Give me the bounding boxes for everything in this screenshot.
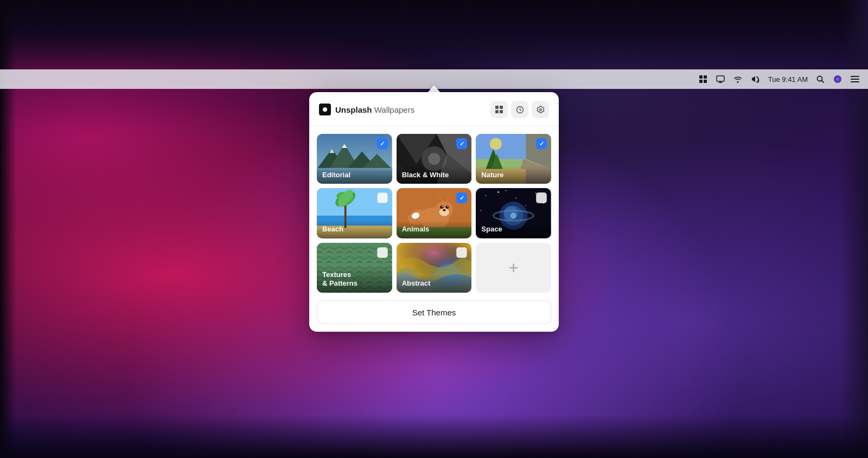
svg-point-58 <box>440 206 443 209</box>
tile-checkbox-editorial[interactable] <box>377 138 388 149</box>
svg-point-62 <box>443 209 446 211</box>
bezel-left <box>0 0 16 458</box>
unsplash-logo-icon <box>319 104 331 115</box>
svg-point-73 <box>506 190 507 191</box>
grid-view-button[interactable] <box>490 101 508 118</box>
volume-menu-icon[interactable] <box>751 75 760 83</box>
brand-subtitle: Wallpapers <box>372 105 415 114</box>
svg-rect-6 <box>718 82 723 83</box>
svg-rect-1 <box>704 75 707 79</box>
svg-rect-13 <box>495 106 499 109</box>
siri-menu-icon[interactable] <box>833 75 842 83</box>
svg-rect-3 <box>704 80 707 83</box>
svg-point-68 <box>498 191 500 193</box>
svg-rect-14 <box>500 106 503 109</box>
panel-logo: Unsplash Wallpapers <box>319 104 414 115</box>
category-tile-space[interactable]: Space <box>476 188 551 238</box>
panel-actions <box>490 101 549 118</box>
tile-label-blackwhite: Black & White <box>397 166 472 184</box>
category-tile-textures[interactable]: Textures & Patterns <box>317 243 392 293</box>
brand-name: Unsplash <box>335 105 372 114</box>
svg-rect-11 <box>851 79 859 80</box>
tile-label-abstract: Abstract <box>397 275 472 293</box>
tile-checkbox-animals[interactable] <box>456 192 467 203</box>
svg-point-67 <box>486 195 487 196</box>
wifi-menu-icon[interactable] <box>733 75 742 83</box>
svg-point-60 <box>442 207 443 208</box>
svg-point-7 <box>818 76 822 81</box>
menu-bar-time: Tue 9:41 AM <box>768 75 808 83</box>
svg-point-33 <box>428 153 440 165</box>
tile-checkbox-space[interactable] <box>536 192 547 203</box>
category-tile-beach[interactable]: Beach <box>317 188 392 238</box>
svg-rect-0 <box>699 75 703 79</box>
tile-checkbox-beach[interactable] <box>377 192 388 203</box>
tile-checkbox-nature[interactable] <box>536 138 547 149</box>
svg-point-74 <box>526 205 527 207</box>
tile-checkbox-blackwhite[interactable] <box>456 138 467 149</box>
svg-rect-12 <box>851 81 859 82</box>
panel-title: Unsplash Wallpapers <box>335 105 414 114</box>
svg-point-9 <box>834 75 841 83</box>
svg-line-8 <box>822 80 824 82</box>
tile-label-textures: Textures & Patterns <box>317 266 392 293</box>
tile-label-editorial: Editorial <box>317 166 392 184</box>
svg-point-69 <box>515 198 516 199</box>
svg-point-41 <box>490 138 502 150</box>
svg-rect-2 <box>699 80 703 83</box>
category-grid: Editorial Black & White <box>309 126 559 300</box>
history-button[interactable] <box>511 101 528 118</box>
popup-panel: Unsplash Wallpapers <box>309 92 559 332</box>
search-menu-icon[interactable] <box>816 75 825 83</box>
monitor-menu-icon[interactable] <box>716 75 725 83</box>
bezel-right <box>841 0 868 458</box>
category-tile-nature[interactable]: Nature <box>476 134 551 184</box>
svg-rect-4 <box>717 76 724 81</box>
svg-rect-10 <box>851 76 859 77</box>
category-tile-abstract[interactable]: Abstract <box>397 243 472 293</box>
grid-menu-icon[interactable] <box>699 75 707 83</box>
popup-arrow <box>427 85 441 93</box>
tile-checkbox-textures[interactable] <box>377 247 388 258</box>
svg-point-59 <box>445 206 449 209</box>
svg-rect-16 <box>500 110 503 113</box>
tile-label-space: Space <box>476 221 551 238</box>
category-tile-editorial[interactable]: Editorial <box>317 134 392 184</box>
tile-label-nature: Nature <box>476 166 551 184</box>
svg-point-78 <box>504 207 518 221</box>
bezel-top <box>0 0 868 76</box>
tile-label-beach: Beach <box>317 221 392 238</box>
svg-point-72 <box>481 210 482 211</box>
svg-rect-15 <box>495 110 499 113</box>
bezel-bottom <box>0 415 868 458</box>
panel-header: Unsplash Wallpapers <box>309 92 559 126</box>
svg-point-61 <box>447 207 448 208</box>
add-category-icon: + <box>508 258 519 278</box>
category-tile-add[interactable]: + <box>476 243 551 293</box>
tile-checkbox-abstract[interactable] <box>456 247 467 258</box>
category-tile-blackwhite[interactable]: Black & White <box>397 134 472 184</box>
menu-bar-items: Tue 9:41 AM <box>699 75 859 83</box>
settings-button[interactable] <box>532 101 549 118</box>
menu-list-icon[interactable] <box>851 76 859 82</box>
set-themes-button[interactable]: Set Themes <box>317 300 551 324</box>
tile-label-animals: Animals <box>397 221 472 238</box>
svg-point-80 <box>510 213 516 219</box>
category-tile-animals[interactable]: Animals <box>397 188 472 238</box>
